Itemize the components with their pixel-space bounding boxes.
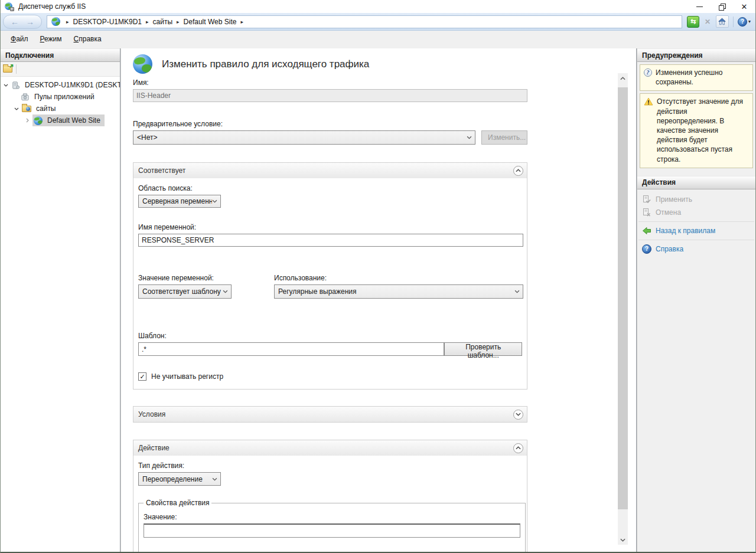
scope-label: Область поиска: <box>138 184 522 192</box>
refresh-button[interactable]: ⇆ <box>687 16 699 28</box>
forward-button[interactable]: → <box>26 18 34 26</box>
server-icon <box>11 81 20 90</box>
test-pattern-button[interactable]: Проверить шаблон... <box>444 342 522 356</box>
cancel-button: Отмена <box>637 206 755 219</box>
using-select[interactable]: Регулярные выражения <box>274 284 523 299</box>
action-section-header[interactable]: Действие <box>133 440 527 456</box>
edit-outbound-rule-form: Изменить правило для исходящего трафика … <box>133 54 527 552</box>
breadcrumb[interactable]: ▸ DESKTOP-U1MK9D1 ▸ сайты ▸ Default Web … <box>47 15 682 28</box>
menu-file[interactable]: Файл <box>5 32 34 45</box>
home-button[interactable] <box>716 15 729 28</box>
chevron-up-icon <box>516 169 521 172</box>
match-section-header[interactable]: Соответствует <box>133 163 527 178</box>
section-title: Действие <box>138 444 170 452</box>
navigation-buttons: ← → <box>3 15 42 29</box>
breadcrumb-arrow-icon: ▸ <box>146 19 149 25</box>
ignore-case-row: ✓ Не учитывать регистр <box>138 372 522 381</box>
match-section: Соответствует Область поиска: Серверная … <box>133 162 527 390</box>
restore-button[interactable] <box>711 0 733 13</box>
apply-button: Применить <box>637 193 755 206</box>
refresh-icon: ⇆ <box>690 18 696 25</box>
breadcrumb-item-sites[interactable]: сайты <box>153 18 173 26</box>
scroll-up-button[interactable] <box>618 73 628 83</box>
tree-item-server[interactable]: DESKTOP-U1MK9D1 (DESKTOI <box>1 79 120 91</box>
tree-item-label: Пулы приложений <box>32 91 96 102</box>
back-to-rules-link[interactable]: Назад к правилам <box>637 224 755 237</box>
action-properties-group: Свойства действия Значение: ✓ Заменить д… <box>138 499 526 552</box>
chevron-up-icon <box>516 446 521 450</box>
edit-precondition-button[interactable]: Изменить... <box>481 130 527 145</box>
scope-select[interactable]: Серверная переменн <box>138 195 221 208</box>
tree-item-sites[interactable]: сайты <box>1 103 120 114</box>
precondition-select[interactable]: <Нет> <box>133 130 475 145</box>
create-connection-icon[interactable]: ➜ <box>3 66 12 73</box>
pattern-input[interactable] <box>138 342 444 356</box>
ignore-case-checkbox[interactable]: ✓ <box>138 372 146 381</box>
stop-button[interactable]: ✕ <box>702 16 713 28</box>
actions-header: Действия <box>637 176 755 189</box>
collapse-section-button[interactable] <box>513 166 523 176</box>
warning-alert-text: Отсутствует значение для действия переоп… <box>657 97 749 163</box>
close-button[interactable]: ✕ <box>733 0 755 13</box>
info-icon: ? <box>644 68 652 77</box>
close-icon: ✕ <box>741 3 748 11</box>
chevron-down-icon <box>516 413 521 416</box>
actions-list: Применить Отмена Назад к правилам ? Спра… <box>637 189 755 256</box>
page-title: Изменить правило для исходящего трафика <box>162 58 369 70</box>
back-button[interactable]: ← <box>11 18 19 26</box>
precondition-value: <Нет> <box>137 133 157 142</box>
minimize-icon <box>696 6 703 7</box>
help-button[interactable]: ? ▾ <box>738 17 751 27</box>
connections-header: Подключения <box>1 48 120 62</box>
help-icon: ? <box>738 17 747 27</box>
info-alert: ? Изменения успешно сохранены. <box>640 64 753 91</box>
chevron-down-icon <box>467 136 472 139</box>
tree-item-label: DESKTOP-U1MK9D1 (DESKTOI <box>23 80 120 90</box>
ignore-case-label: Не учитывать регистр <box>151 372 223 381</box>
conditions-section-header[interactable]: Условия <box>133 407 527 422</box>
toolbar-separator <box>733 17 734 27</box>
tree-item-app-pools[interactable]: Пулы приложений <box>1 91 120 103</box>
chevron-down-icon <box>212 199 217 203</box>
action-type-select[interactable]: Переопределение <box>138 472 221 486</box>
restore-icon <box>719 4 725 9</box>
breadcrumb-item-default-web-site[interactable]: Default Web Site <box>184 18 237 26</box>
iis-manager-window: Диспетчер служб IIS ✕ ← → ▸ DESKTOP-U1MK… <box>0 0 756 553</box>
vertical-scrollbar[interactable] <box>618 73 628 545</box>
breadcrumb-arrow-icon: ▸ <box>66 19 69 25</box>
action-section-body: Тип действия: Переопределение Свойства д… <box>133 456 527 552</box>
collapse-section-button[interactable] <box>513 443 523 453</box>
expand-icon[interactable] <box>24 118 30 123</box>
breadcrumb-arrow-icon: ▸ <box>177 19 180 25</box>
connections-tree: DESKTOP-U1MK9D1 (DESKTOI Пулы приложений… <box>1 77 120 126</box>
collapse-icon[interactable] <box>14 107 19 110</box>
help-link[interactable]: ? Справка <box>637 243 755 256</box>
warning-alert: Отсутствует значение для действия переоп… <box>640 93 753 168</box>
chevron-down-icon <box>620 538 625 542</box>
menu-help[interactable]: Справка <box>69 32 107 45</box>
variable-value-select[interactable]: Соответствует шаблону <box>138 284 232 299</box>
titlebar: Диспетчер служб IIS ✕ <box>1 0 755 13</box>
application-pools-icon <box>21 93 30 102</box>
connections-toolbar: ➜ <box>1 62 120 77</box>
apply-label: Применить <box>656 195 692 204</box>
apply-icon <box>642 195 651 204</box>
address-bar-tools: ⇆ ✕ ? ▾ <box>687 15 751 28</box>
divider <box>638 221 754 222</box>
breadcrumb-item-server[interactable]: DESKTOP-U1MK9D1 <box>73 18 142 26</box>
page-header: Изменить правило для исходящего трафика <box>133 54 527 74</box>
help-label: Справка <box>656 245 683 253</box>
feature-globe-icon <box>133 54 152 74</box>
scrollbar-thumb[interactable] <box>618 87 628 509</box>
scroll-down-button[interactable] <box>618 535 628 545</box>
address-bar: ← → ▸ DESKTOP-U1MK9D1 ▸ сайты ▸ Default … <box>1 13 755 31</box>
variable-value-value: Соответствует шаблону <box>142 287 221 296</box>
section-title: Условия <box>138 410 165 418</box>
variable-name-input[interactable] <box>138 234 523 247</box>
tree-item-default-web-site[interactable]: Default Web Site <box>1 114 120 126</box>
action-value-input[interactable] <box>144 523 520 538</box>
collapse-icon[interactable] <box>3 84 9 87</box>
menu-mode[interactable]: Режим <box>35 32 67 45</box>
minimize-button[interactable] <box>688 0 711 13</box>
expand-section-button[interactable] <box>513 410 523 420</box>
